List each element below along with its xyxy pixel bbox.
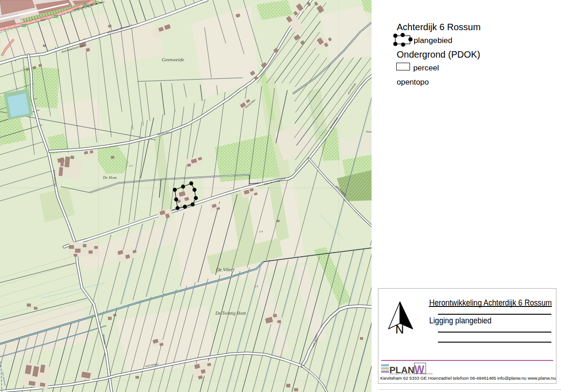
svg-text:De Hom: De Hom (102, 175, 117, 180)
svg-text:N322: N322 (54, 16, 59, 18)
svg-text:2.4: 2.4 (259, 230, 263, 233)
svg-text:Pom: Pom (366, 130, 372, 133)
svg-text:2.4: 2.4 (254, 285, 259, 288)
svg-text:De Twintig Hont: De Twintig Hont (215, 311, 246, 316)
svg-text:N: N (395, 322, 404, 336)
svg-text:Geenweide: Geenweide (162, 57, 184, 62)
svg-text:N322: N322 (22, 25, 27, 27)
svg-text:2.2: 2.2 (129, 164, 133, 167)
svg-text:De Vliert: De Vliert (216, 267, 235, 272)
svg-text:N322: N322 (83, 4, 88, 6)
